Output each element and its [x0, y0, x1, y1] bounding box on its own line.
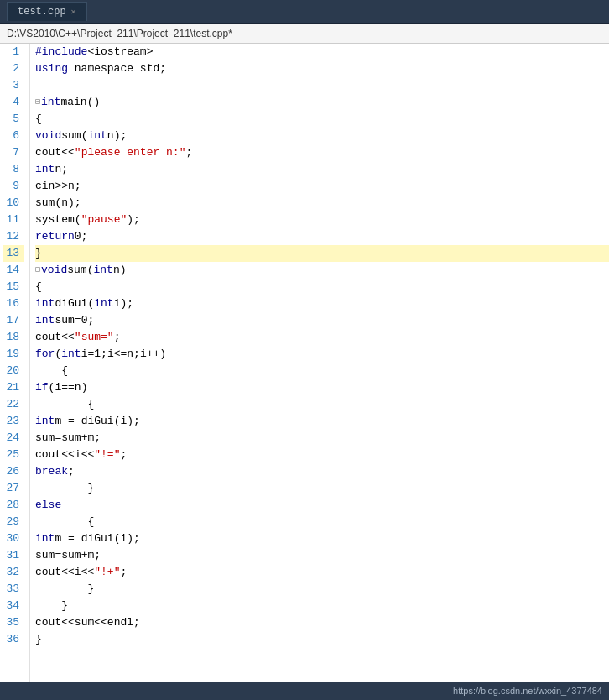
code-line: } — [35, 598, 609, 614]
code-line — [35, 77, 609, 94]
line-number: 27 — [3, 480, 24, 497]
line-number: 36 — [3, 631, 24, 648]
line-number: 24 — [3, 430, 24, 447]
code-line: { — [35, 363, 609, 379]
code-line: ⊟void sum(int n) — [35, 262, 609, 279]
line-number: 5 — [3, 111, 24, 128]
code-line: cout<<sum<<endl; — [35, 614, 609, 631]
code-line: #include<iostream> — [35, 44, 609, 60]
line-number: 10 — [3, 195, 24, 212]
code-line: using namespace std; — [35, 60, 609, 77]
code-line: cout<<i<<"!="; — [35, 447, 609, 463]
line-number: 20 — [3, 363, 24, 379]
status-bar: https://blog.csdn.net/wxxin_4377484 — [0, 682, 609, 700]
status-text: https://blog.csdn.net/wxxin_4377484 — [453, 686, 602, 696]
line-number: 9 — [3, 178, 24, 195]
line-number: 19 — [3, 346, 24, 363]
line-number: 25 — [3, 447, 24, 463]
tab-close-button[interactable]: ✕ — [71, 7, 76, 17]
collapse-icon[interactable]: ⊟ — [35, 94, 40, 111]
code-line: else — [35, 497, 609, 514]
code-line: { — [35, 279, 609, 295]
line-number: 28 — [3, 497, 24, 514]
line-numbers: 1234567891011121314151617181920212223242… — [0, 44, 30, 682]
line-number: 6 — [3, 128, 24, 144]
code-line: { — [35, 514, 609, 530]
code-line: cout<<i<<"!+"; — [35, 564, 609, 581]
code-line: cin>>n; — [35, 178, 609, 195]
collapse-icon[interactable]: ⊟ — [35, 262, 40, 279]
line-number: 7 — [3, 144, 24, 161]
line-number: 31 — [3, 547, 24, 564]
code-line: } — [35, 581, 609, 598]
code-line: { — [35, 111, 609, 128]
line-number: 33 — [3, 581, 24, 598]
code-line: sum=sum+m; — [35, 430, 609, 447]
code-line: } — [35, 245, 609, 262]
code-line: if(i==n) — [35, 379, 609, 396]
code-line: sum(n); — [35, 195, 609, 212]
code-line: cout<<"please enter n:"; — [35, 144, 609, 161]
line-number: 2 — [3, 60, 24, 77]
line-number: 4 — [3, 94, 24, 111]
code-line: for(int i=1;i<=n;i++) — [35, 346, 609, 363]
line-number: 16 — [3, 295, 24, 312]
line-number: 29 — [3, 514, 24, 530]
line-number: 8 — [3, 161, 24, 178]
tab-label: test.cpp — [18, 6, 66, 18]
title-bar: test.cpp ✕ — [0, 0, 609, 24]
line-number: 17 — [3, 312, 24, 329]
line-number: 11 — [3, 212, 24, 228]
code-line: int diGui(int i); — [35, 295, 609, 312]
file-path: D:\VS2010\C++\Project_211\Project_211\te… — [7, 28, 232, 39]
code-editor: 1234567891011121314151617181920212223242… — [0, 44, 609, 682]
code-line: int sum=0; — [35, 312, 609, 329]
line-number: 12 — [3, 228, 24, 245]
line-number: 26 — [3, 463, 24, 480]
code-area[interactable]: #include<iostream>using namespace std; ⊟… — [30, 44, 609, 682]
path-bar: D:\VS2010\C++\Project_211\Project_211\te… — [0, 24, 609, 44]
line-number: 13 — [3, 245, 24, 262]
code-line: system("pause"); — [35, 212, 609, 228]
code-line: void sum(int n); — [35, 128, 609, 144]
code-line: { — [35, 396, 609, 413]
code-line: } — [35, 631, 609, 648]
line-number: 32 — [3, 564, 24, 581]
code-line: int m = diGui(i); — [35, 530, 609, 547]
code-line: int m = diGui(i); — [35, 413, 609, 430]
code-line: } — [35, 480, 609, 497]
code-line: cout<<"sum="; — [35, 329, 609, 346]
code-line: ⊟int main() — [35, 94, 609, 111]
line-number: 21 — [3, 379, 24, 396]
code-line: return 0; — [35, 228, 609, 245]
line-number: 3 — [3, 77, 24, 94]
line-number: 1 — [3, 44, 24, 60]
file-tab[interactable]: test.cpp ✕ — [7, 2, 87, 21]
code-line: int n; — [35, 161, 609, 178]
line-number: 15 — [3, 279, 24, 295]
code-line: break; — [35, 463, 609, 480]
line-number: 30 — [3, 530, 24, 547]
line-number: 14 — [3, 262, 24, 279]
line-number: 18 — [3, 329, 24, 346]
line-number: 22 — [3, 396, 24, 413]
line-number: 34 — [3, 598, 24, 614]
line-number: 23 — [3, 413, 24, 430]
code-line: sum=sum+m; — [35, 547, 609, 564]
line-number: 35 — [3, 614, 24, 631]
